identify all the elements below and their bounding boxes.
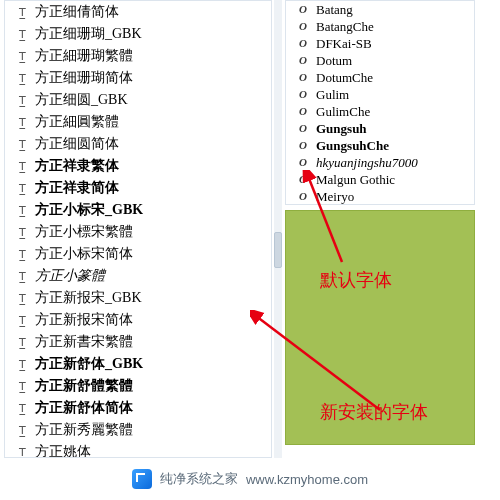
font-row[interactable]: T̲方正新舒体简体 bbox=[5, 397, 271, 419]
truetype-icon: T̲ bbox=[15, 89, 29, 111]
font-row[interactable]: T̲方正小标宋_GBK bbox=[5, 199, 271, 221]
font-name: 方正新秀麗繁體 bbox=[35, 419, 133, 441]
left-font-list[interactable]: T̲方正细倩简体T̲方正细珊瑚_GBKT̲方正細珊瑚繁體T̲方正细珊瑚简体T̲方… bbox=[5, 1, 271, 458]
truetype-icon: T̲ bbox=[15, 265, 29, 287]
font-row[interactable]: T̲方正小篆體 bbox=[5, 265, 271, 287]
font-name: Dotum bbox=[316, 52, 352, 69]
font-row[interactable]: T̲方正小標宋繁體 bbox=[5, 221, 271, 243]
right-font-pane: OBatangOBatangCheODFKai-SBODotumODotumCh… bbox=[285, 0, 475, 205]
opentype-icon: O bbox=[296, 69, 310, 86]
truetype-icon: T̲ bbox=[15, 67, 29, 89]
font-row[interactable]: OBatang bbox=[286, 1, 474, 18]
footer: 纯净系统之家 www.kzmyhome.com bbox=[4, 460, 496, 498]
font-name: GungsuhChe bbox=[316, 137, 389, 154]
font-name: 方正祥隶简体 bbox=[35, 177, 119, 199]
font-name: 方正祥隶繁体 bbox=[35, 155, 119, 177]
font-name: 方正新报宋_GBK bbox=[35, 287, 142, 309]
opentype-icon: O bbox=[296, 188, 310, 205]
font-row[interactable]: T̲方正新舒體繁體 bbox=[5, 375, 271, 397]
font-name: Malgun Gothic bbox=[316, 171, 395, 188]
font-row[interactable]: OGungsuhChe bbox=[286, 137, 474, 154]
opentype-icon: O bbox=[296, 1, 310, 18]
truetype-icon: T̲ bbox=[15, 419, 29, 441]
opentype-icon: O bbox=[296, 137, 310, 154]
site-logo-icon bbox=[132, 469, 152, 489]
font-row[interactable]: T̲方正细圆简体 bbox=[5, 133, 271, 155]
truetype-icon: T̲ bbox=[15, 155, 29, 177]
truetype-icon: T̲ bbox=[15, 287, 29, 309]
site-url[interactable]: www.kzmyhome.com bbox=[246, 472, 368, 487]
font-name: Gulim bbox=[316, 86, 349, 103]
font-name: 方正小篆體 bbox=[35, 265, 105, 287]
truetype-icon: T̲ bbox=[15, 353, 29, 375]
font-name: 方正细倩简体 bbox=[35, 1, 119, 23]
right-font-list[interactable]: OBatangOBatangCheODFKai-SBODotumODotumCh… bbox=[286, 1, 474, 205]
font-name: hkyuanjingshu7000 bbox=[316, 154, 418, 171]
font-row[interactable]: OBatangChe bbox=[286, 18, 474, 35]
truetype-icon: T̲ bbox=[15, 133, 29, 155]
font-name: Gungsuh bbox=[316, 120, 367, 137]
font-name: DotumChe bbox=[316, 69, 373, 86]
font-row[interactable]: T̲方正祥隶简体 bbox=[5, 177, 271, 199]
scroll-thumb[interactable] bbox=[274, 232, 282, 268]
truetype-icon: T̲ bbox=[15, 199, 29, 221]
font-name: 方正细圆简体 bbox=[35, 133, 119, 155]
font-row[interactable]: T̲方正小标宋简体 bbox=[5, 243, 271, 265]
font-name: 方正小標宋繁體 bbox=[35, 221, 133, 243]
font-name: 方正姚体 bbox=[35, 441, 91, 458]
opentype-icon: O bbox=[296, 103, 310, 120]
font-row[interactable]: OMeiryo bbox=[286, 188, 474, 205]
font-row[interactable]: T̲方正細珊瑚繁體 bbox=[5, 45, 271, 67]
font-row[interactable]: T̲方正细珊瑚简体 bbox=[5, 67, 271, 89]
font-name: 方正新舒体_GBK bbox=[35, 353, 143, 375]
opentype-icon: O bbox=[296, 35, 310, 52]
truetype-icon: T̲ bbox=[15, 177, 29, 199]
font-row[interactable]: T̲方正新書宋繁體 bbox=[5, 331, 271, 353]
font-name: 方正新报宋简体 bbox=[35, 309, 133, 331]
font-name: 方正新舒體繁體 bbox=[35, 375, 133, 397]
font-row[interactable]: ODotumChe bbox=[286, 69, 474, 86]
opentype-icon: O bbox=[296, 18, 310, 35]
font-row[interactable]: ODFKai-SB bbox=[286, 35, 474, 52]
font-name: 方正新書宋繁體 bbox=[35, 331, 133, 353]
font-row[interactable]: T̲方正姚体 bbox=[5, 441, 271, 458]
left-scrollbar[interactable] bbox=[274, 0, 282, 458]
truetype-icon: T̲ bbox=[15, 23, 29, 45]
truetype-icon: T̲ bbox=[15, 221, 29, 243]
truetype-icon: T̲ bbox=[15, 375, 29, 397]
font-row[interactable]: T̲方正新报宋_GBK bbox=[5, 287, 271, 309]
opentype-icon: O bbox=[296, 52, 310, 69]
truetype-icon: T̲ bbox=[15, 45, 29, 67]
font-row[interactable]: T̲方正细珊瑚_GBK bbox=[5, 23, 271, 45]
font-row[interactable]: T̲方正新秀麗繁體 bbox=[5, 419, 271, 441]
left-font-pane: T̲方正细倩简体T̲方正细珊瑚_GBKT̲方正細珊瑚繁體T̲方正细珊瑚简体T̲方… bbox=[4, 0, 272, 458]
font-row[interactable]: T̲方正細圓繁體 bbox=[5, 111, 271, 133]
font-row[interactable]: T̲方正祥隶繁体 bbox=[5, 155, 271, 177]
font-name: DFKai-SB bbox=[316, 35, 372, 52]
truetype-icon: T̲ bbox=[15, 1, 29, 23]
font-name: 方正小标宋简体 bbox=[35, 243, 133, 265]
font-row[interactable]: T̲方正细圆_GBK bbox=[5, 89, 271, 111]
font-row[interactable]: T̲方正新舒体_GBK bbox=[5, 353, 271, 375]
font-name: BatangChe bbox=[316, 18, 374, 35]
opentype-icon: O bbox=[296, 86, 310, 103]
font-row[interactable]: OGulim bbox=[286, 86, 474, 103]
truetype-icon: T̲ bbox=[15, 441, 29, 458]
font-name: 方正细珊瑚_GBK bbox=[35, 23, 142, 45]
font-row[interactable]: OMalgun Gothic bbox=[286, 171, 474, 188]
font-row[interactable]: ODotum bbox=[286, 52, 474, 69]
font-name: Batang bbox=[316, 1, 353, 18]
truetype-icon: T̲ bbox=[15, 243, 29, 265]
font-name: 方正细圆_GBK bbox=[35, 89, 128, 111]
opentype-icon: O bbox=[296, 120, 310, 137]
font-row[interactable]: Ohkyuanjingshu7000 bbox=[286, 154, 474, 171]
font-name: 方正細圓繁體 bbox=[35, 111, 119, 133]
font-row[interactable]: OGungsuh bbox=[286, 120, 474, 137]
opentype-icon: O bbox=[296, 154, 310, 171]
font-row[interactable]: T̲方正新报宋简体 bbox=[5, 309, 271, 331]
truetype-icon: T̲ bbox=[15, 397, 29, 419]
font-row[interactable]: OGulimChe bbox=[286, 103, 474, 120]
font-name: Meiryo bbox=[316, 188, 354, 205]
truetype-icon: T̲ bbox=[15, 309, 29, 331]
font-row[interactable]: T̲方正细倩简体 bbox=[5, 1, 271, 23]
